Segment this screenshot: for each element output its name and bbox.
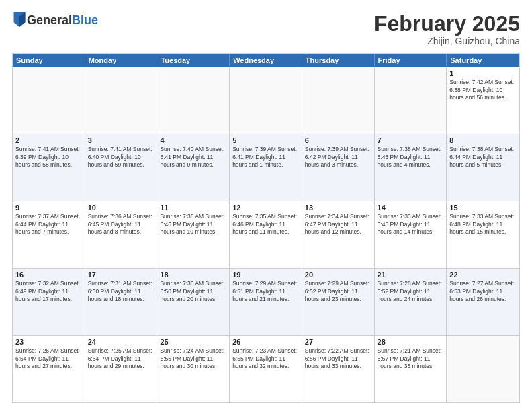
calendar-cell-empty-0-2 <box>157 67 230 134</box>
cell-info: Sunrise: 7:33 AM Sunset: 6:48 PM Dayligh… <box>449 213 517 236</box>
header-day-monday: Monday <box>85 54 158 67</box>
cell-info: Sunrise: 7:39 AM Sunset: 6:42 PM Dayligh… <box>305 146 371 169</box>
cell-info: Sunrise: 7:39 AM Sunset: 6:41 PM Dayligh… <box>232 146 299 169</box>
cell-info: Sunrise: 7:22 AM Sunset: 6:56 PM Dayligh… <box>305 347 371 370</box>
calendar-cell-empty-0-1 <box>85 67 158 134</box>
cell-date: 2 <box>15 136 82 144</box>
calendar-row-1: 2Sunrise: 7:41 AM Sunset: 6:39 PM Daylig… <box>13 134 519 201</box>
cell-date: 9 <box>15 203 82 212</box>
cell-info: Sunrise: 7:24 AM Sunset: 6:55 PM Dayligh… <box>160 347 226 370</box>
cell-date: 5 <box>232 136 299 144</box>
calendar-cell-8: 8Sunrise: 7:38 AM Sunset: 6:44 PM Daylig… <box>447 134 519 201</box>
cell-info: Sunrise: 7:35 AM Sunset: 6:46 PM Dayligh… <box>232 213 299 236</box>
cell-info: Sunrise: 7:28 AM Sunset: 6:52 PM Dayligh… <box>378 280 444 303</box>
cell-date: 13 <box>305 203 371 212</box>
cell-date: 24 <box>88 338 154 346</box>
cell-date: 26 <box>232 338 299 346</box>
calendar-cell-empty-0-5 <box>375 67 447 134</box>
calendar-row-3: 16Sunrise: 7:32 AM Sunset: 6:49 PM Dayli… <box>13 268 519 335</box>
calendar-cell-empty-0-4 <box>302 67 375 134</box>
calendar-body: 1Sunrise: 7:42 AM Sunset: 6:38 PM Daylig… <box>13 67 519 402</box>
calendar-cell-27: 27Sunrise: 7:22 AM Sunset: 6:56 PM Dayli… <box>302 336 375 402</box>
calendar-cell-16: 16Sunrise: 7:32 AM Sunset: 6:49 PM Dayli… <box>13 269 85 335</box>
cell-info: Sunrise: 7:25 AM Sunset: 6:54 PM Dayligh… <box>88 347 154 370</box>
calendar-cell-15: 15Sunrise: 7:33 AM Sunset: 6:48 PM Dayli… <box>447 201 519 268</box>
calendar-cell-11: 11Sunrise: 7:36 AM Sunset: 6:46 PM Dayli… <box>157 201 230 268</box>
calendar-cell-12: 12Sunrise: 7:35 AM Sunset: 6:46 PM Dayli… <box>230 201 302 268</box>
calendar-cell-28: 28Sunrise: 7:21 AM Sunset: 6:57 PM Dayli… <box>375 336 447 402</box>
calendar-cell-22: 22Sunrise: 7:27 AM Sunset: 6:53 PM Dayli… <box>447 269 519 335</box>
cell-date: 17 <box>88 271 154 279</box>
calendar-cell-5: 5Sunrise: 7:39 AM Sunset: 6:41 PM Daylig… <box>230 134 302 201</box>
cell-date: 8 <box>449 136 517 144</box>
calendar-cell-9: 9Sunrise: 7:37 AM Sunset: 6:44 PM Daylig… <box>13 201 85 268</box>
calendar-cell-7: 7Sunrise: 7:38 AM Sunset: 6:43 PM Daylig… <box>375 134 447 201</box>
calendar-row-4: 23Sunrise: 7:26 AM Sunset: 6:54 PM Dayli… <box>13 335 519 402</box>
cell-info: Sunrise: 7:42 AM Sunset: 6:38 PM Dayligh… <box>449 79 517 101</box>
calendar-cell-6: 6Sunrise: 7:39 AM Sunset: 6:42 PM Daylig… <box>302 134 375 201</box>
cell-info: Sunrise: 7:38 AM Sunset: 6:44 PM Dayligh… <box>449 146 517 169</box>
page-header: GeneralBlue February 2025 Zhijin, Guizho… <box>12 12 520 46</box>
calendar-cell-23: 23Sunrise: 7:26 AM Sunset: 6:54 PM Dayli… <box>13 336 85 402</box>
calendar-header: SundayMondayTuesdayWednesdayThursdayFrid… <box>13 54 519 67</box>
header-day-wednesday: Wednesday <box>230 54 302 67</box>
cell-info: Sunrise: 7:29 AM Sunset: 6:52 PM Dayligh… <box>305 280 371 303</box>
cell-date: 22 <box>449 271 517 279</box>
title-block: February 2025 Zhijin, Guizhou, China <box>374 12 520 46</box>
cell-date: 23 <box>15 338 82 346</box>
cell-date: 7 <box>378 136 444 144</box>
calendar-cell-2: 2Sunrise: 7:41 AM Sunset: 6:39 PM Daylig… <box>13 134 85 201</box>
calendar-cell-empty-4-6 <box>447 336 519 402</box>
calendar-cell-20: 20Sunrise: 7:29 AM Sunset: 6:52 PM Dayli… <box>302 269 375 335</box>
cell-info: Sunrise: 7:26 AM Sunset: 6:54 PM Dayligh… <box>15 347 82 370</box>
cell-info: Sunrise: 7:38 AM Sunset: 6:43 PM Dayligh… <box>378 146 444 169</box>
cell-info: Sunrise: 7:36 AM Sunset: 6:46 PM Dayligh… <box>160 213 226 236</box>
cell-date: 15 <box>449 203 517 212</box>
cell-date: 20 <box>305 271 371 279</box>
cell-date: 14 <box>378 203 444 212</box>
calendar-cell-25: 25Sunrise: 7:24 AM Sunset: 6:55 PM Dayli… <box>157 336 230 402</box>
cell-info: Sunrise: 7:31 AM Sunset: 6:50 PM Dayligh… <box>88 280 154 303</box>
cell-info: Sunrise: 7:30 AM Sunset: 6:50 PM Dayligh… <box>160 280 226 303</box>
cell-info: Sunrise: 7:41 AM Sunset: 6:40 PM Dayligh… <box>88 146 154 169</box>
cell-info: Sunrise: 7:32 AM Sunset: 6:49 PM Dayligh… <box>15 280 82 303</box>
calendar-cell-3: 3Sunrise: 7:41 AM Sunset: 6:40 PM Daylig… <box>85 134 158 201</box>
logo-icon <box>13 12 26 27</box>
cell-date: 19 <box>232 271 299 279</box>
cell-date: 4 <box>160 136 226 144</box>
cell-date: 6 <box>305 136 371 144</box>
cell-date: 1 <box>449 69 517 77</box>
cell-date: 11 <box>160 203 226 212</box>
cell-date: 10 <box>88 203 154 212</box>
calendar-cell-14: 14Sunrise: 7:33 AM Sunset: 6:48 PM Dayli… <box>375 201 447 268</box>
cell-date: 27 <box>305 338 371 346</box>
logo-general: General <box>27 13 72 27</box>
cell-date: 25 <box>160 338 226 346</box>
cell-date: 12 <box>232 203 299 212</box>
header-day-tuesday: Tuesday <box>157 54 230 67</box>
calendar-cell-1: 1Sunrise: 7:42 AM Sunset: 6:38 PM Daylig… <box>447 67 519 134</box>
calendar-row-2: 9Sunrise: 7:37 AM Sunset: 6:44 PM Daylig… <box>13 201 519 268</box>
header-day-sunday: Sunday <box>13 54 85 67</box>
calendar-cell-10: 10Sunrise: 7:36 AM Sunset: 6:45 PM Dayli… <box>85 201 158 268</box>
calendar-cell-17: 17Sunrise: 7:31 AM Sunset: 6:50 PM Dayli… <box>85 269 158 335</box>
logo-text: GeneralBlue <box>27 14 98 28</box>
cell-date: 3 <box>88 136 154 144</box>
cell-info: Sunrise: 7:33 AM Sunset: 6:48 PM Dayligh… <box>378 213 444 236</box>
cell-info: Sunrise: 7:36 AM Sunset: 6:45 PM Dayligh… <box>88 213 154 236</box>
cell-date: 21 <box>378 271 444 279</box>
logo-blue: Blue <box>72 13 98 27</box>
cell-date: 28 <box>378 338 444 346</box>
calendar-cell-26: 26Sunrise: 7:23 AM Sunset: 6:55 PM Dayli… <box>230 336 302 402</box>
calendar-cell-4: 4Sunrise: 7:40 AM Sunset: 6:41 PM Daylig… <box>157 134 230 201</box>
cell-info: Sunrise: 7:29 AM Sunset: 6:51 PM Dayligh… <box>232 280 299 303</box>
cell-date: 18 <box>160 271 226 279</box>
cell-info: Sunrise: 7:40 AM Sunset: 6:41 PM Dayligh… <box>160 146 226 169</box>
cell-info: Sunrise: 7:41 AM Sunset: 6:39 PM Dayligh… <box>15 146 82 169</box>
cell-date: 16 <box>15 271 82 279</box>
calendar-title: February 2025 <box>374 12 520 36</box>
calendar: SundayMondayTuesdayWednesdayThursdayFrid… <box>12 53 520 403</box>
cell-info: Sunrise: 7:23 AM Sunset: 6:55 PM Dayligh… <box>232 347 299 370</box>
calendar-cell-13: 13Sunrise: 7:34 AM Sunset: 6:47 PM Dayli… <box>302 201 375 268</box>
calendar-cell-21: 21Sunrise: 7:28 AM Sunset: 6:52 PM Dayli… <box>375 269 447 335</box>
